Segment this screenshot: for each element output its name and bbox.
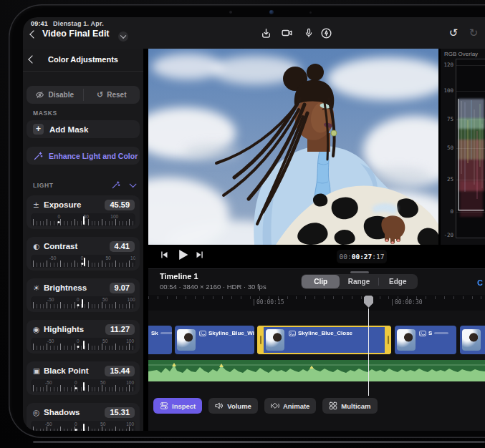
- slider-card-exposure: ± Exposure 45.59 0 50 100: [27, 195, 140, 229]
- keyframe-icon: [271, 401, 279, 410]
- clip-thumbnail: [177, 329, 196, 351]
- back-icon[interactable]: [29, 30, 37, 38]
- slider-card-shadows: ◎ Shadows 15.31 -50 0 50 100: [27, 403, 140, 431]
- slider-value[interactable]: 45.59: [105, 200, 135, 210]
- redo-icon[interactable]: ↻: [466, 25, 481, 41]
- ruler-label: 00:00:30: [392, 299, 423, 306]
- grid-icon: [329, 401, 337, 410]
- slider-value[interactable]: 11.27: [105, 324, 135, 335]
- import-icon[interactable]: [258, 25, 274, 41]
- slider-card-contrast: ◐ Contrast 4.41 -50 0 50 100: [27, 237, 140, 271]
- slider-label: Black Point: [44, 366, 89, 375]
- auto-enhance-icon[interactable]: [111, 180, 120, 190]
- timeline-clip[interactable]: Sk: [148, 326, 172, 354]
- sensor-dot: [309, 11, 312, 14]
- pencil-tool-icon[interactable]: [318, 25, 334, 41]
- status-time: 09:41: [31, 20, 48, 27]
- timecode-display[interactable]: 00:00:27:17: [337, 250, 387, 263]
- volume-button[interactable]: Volume: [208, 398, 258, 414]
- backdrop: 09:41Dienstag 1. Apr. Video Final Edit ↺…: [0, 0, 485, 448]
- skip-forward-icon[interactable]: [196, 250, 204, 259]
- light-section-label: LIGHT: [33, 182, 54, 189]
- panel-resize-handle[interactable]: [350, 271, 369, 273]
- timeline-clip[interactable]: Skyline_Blue_Wide: [175, 326, 254, 354]
- brightness-icon: ☀: [33, 283, 44, 292]
- highlights-slider[interactable]: -50 0 50 100: [31, 338, 135, 351]
- panel-title: Color Adjustments: [23, 55, 143, 64]
- video-frame-illustration: [148, 49, 438, 245]
- inspect-button[interactable]: Inspect: [153, 398, 202, 414]
- contrast-slider[interactable]: -50 0 50 100: [31, 255, 135, 268]
- timeline-ruler[interactable]: 00:00:15 00:00:30: [148, 295, 485, 311]
- disable-label: Disable: [48, 91, 74, 99]
- black-point-slider[interactable]: -50 0 50 100: [31, 379, 135, 392]
- disable-button[interactable]: Disable: [27, 86, 83, 104]
- timeline-clip[interactable]: [460, 326, 485, 354]
- edit-mode-segmented-control: Clip Range Edge: [301, 274, 418, 289]
- clip-thumbnail: [462, 329, 481, 351]
- slider-value[interactable]: 9.07: [110, 283, 135, 293]
- scope-title: RGB Overlay: [444, 51, 478, 57]
- trim-handle-left[interactable]: [257, 326, 264, 354]
- front-camera: [269, 10, 274, 14]
- inspector-icon: [160, 401, 168, 410]
- animate-button[interactable]: Animate: [264, 398, 316, 414]
- audio-track[interactable]: [148, 360, 485, 381]
- ruler-label: 00:00:15: [254, 299, 284, 306]
- microphone-icon[interactable]: [301, 25, 317, 41]
- disable-reset-group: Disable ↺ Reset: [27, 86, 140, 104]
- slider-label: Brightness: [44, 283, 87, 292]
- slider-value[interactable]: 15.31: [105, 407, 135, 418]
- camera-icon[interactable]: [279, 25, 295, 41]
- highlights-icon: ◉: [33, 325, 44, 333]
- playhead-line[interactable]: [368, 308, 370, 396]
- mode-clip[interactable]: Clip: [302, 275, 340, 288]
- timeline-toolbar: Inspect Volume Animate Multicam: [153, 398, 378, 414]
- magic-wand-icon: [33, 151, 43, 161]
- panel-header: Color Adjustments: [23, 49, 143, 72]
- status-bar: 09:41Dienstag 1. Apr.: [31, 20, 104, 27]
- multicam-button[interactable]: Multicam: [322, 398, 377, 414]
- slider-card-highlights: ◉ Highlights 11.27 -50 0 50 100: [27, 320, 140, 354]
- mode-range[interactable]: Range: [340, 275, 378, 288]
- slider-label: Shadows: [44, 408, 80, 417]
- slider-value[interactable]: 4.41: [110, 241, 135, 252]
- clip-thumbnail: [397, 329, 416, 351]
- timeline-clip[interactable]: S: [395, 326, 456, 354]
- chevron-down-icon[interactable]: [118, 31, 128, 42]
- shadows-icon: ◎: [33, 408, 44, 417]
- skip-back-icon[interactable]: [160, 250, 168, 259]
- speaker-icon: [215, 401, 224, 410]
- sensor-dot: [229, 11, 232, 14]
- device-bottom-edge: [33, 441, 485, 443]
- collapse-chevron-icon[interactable]: [129, 181, 135, 188]
- clip-thumbnail: [266, 329, 284, 351]
- contrast-icon: ◐: [33, 242, 44, 250]
- project-title[interactable]: Video Final Edit: [42, 29, 110, 39]
- light-section-header: LIGHT: [33, 180, 133, 190]
- shadows-slider[interactable]: -50 0 50 100: [31, 421, 135, 431]
- photo-icon: [289, 331, 296, 336]
- clipped-edge-text: C: [477, 278, 483, 287]
- enhance-label: Enhance Light and Color: [49, 152, 138, 160]
- enhance-button[interactable]: Enhance Light and Color: [27, 147, 140, 165]
- undo-icon[interactable]: ↺: [446, 25, 461, 41]
- playhead-handle[interactable]: [364, 296, 373, 308]
- add-mask-button[interactable]: + Add Mask: [27, 120, 140, 138]
- plus-icon: +: [33, 124, 44, 135]
- timeline-header: Timeline 1 00:54 · 3840 × 2160 · HDR · 3…: [148, 268, 485, 294]
- exposure-slider[interactable]: 0 50 100: [31, 213, 135, 226]
- timeline-section: Timeline 1 00:54 · 3840 × 2160 · HDR · 3…: [148, 268, 485, 431]
- play-button[interactable]: [177, 248, 189, 261]
- slider-value[interactable]: 15.44: [105, 366, 135, 376]
- timeline-name: Timeline 1: [160, 272, 198, 281]
- video-preview[interactable]: [148, 49, 438, 245]
- mode-edge[interactable]: Edge: [379, 275, 417, 288]
- rgb-overlay-scope: RGB Overlay 120 100 75 50 25 0 -20: [441, 49, 485, 245]
- reset-button[interactable]: ↺ Reset: [84, 86, 140, 104]
- screen: 09:41Dienstag 1. Apr. Video Final Edit ↺…: [23, 17, 485, 431]
- timeline-clip-selected[interactable]: Skyline_Blue_Close: [257, 326, 391, 354]
- trim-handle-right[interactable]: [385, 326, 391, 354]
- eye-slash-icon: [35, 91, 44, 99]
- brightness-slider[interactable]: -50 0 50 100: [31, 296, 135, 309]
